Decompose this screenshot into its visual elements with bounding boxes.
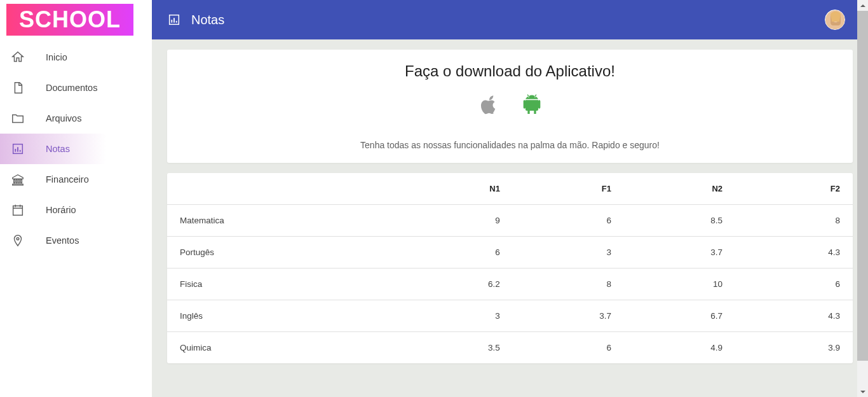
sidebar-item-label: Eventos xyxy=(46,235,79,246)
chart-icon xyxy=(10,141,25,157)
sidebar-item-label: Horário xyxy=(46,205,76,215)
cell-f2: 8 xyxy=(733,205,853,237)
folder-icon xyxy=(10,111,25,126)
cell-n1: 6.2 xyxy=(399,268,510,300)
cell-subject: Quimica xyxy=(167,332,399,364)
scrollbar[interactable] xyxy=(857,0,868,397)
calendar-icon xyxy=(10,202,25,218)
sidebar-item-label: Notas xyxy=(46,144,70,154)
cell-n1: 3.5 xyxy=(399,332,510,364)
table-row: Quimica 3.5 6 4.9 3.9 xyxy=(167,332,853,364)
cell-f2: 3.9 xyxy=(733,332,853,364)
bank-icon xyxy=(10,172,25,187)
sidebar-item-financeiro[interactable]: Financeiro xyxy=(0,164,152,195)
svg-rect-2 xyxy=(17,147,18,151)
cell-subject: Inglês xyxy=(167,300,399,332)
cell-subject: Portugês xyxy=(167,237,399,268)
sidebar-item-notas[interactable]: Notas xyxy=(0,134,152,164)
cell-f2: 4.3 xyxy=(733,300,853,332)
svg-rect-4 xyxy=(13,206,23,216)
sidebar-item-label: Financeiro xyxy=(46,174,89,185)
logo[interactable]: SCHOOL xyxy=(6,4,133,36)
header: Notas xyxy=(152,0,868,39)
svg-rect-11 xyxy=(173,18,175,22)
cell-f2: 4.3 xyxy=(733,237,853,268)
document-icon xyxy=(10,80,25,95)
cell-n1: 3 xyxy=(399,300,510,332)
cell-subject: Matematica xyxy=(167,205,399,237)
content: Faça o download do Aplicativo! Tenha tod… xyxy=(152,39,868,373)
table-header xyxy=(167,173,399,205)
pin-icon xyxy=(10,233,25,248)
sidebar-item-label: Arquivos xyxy=(46,113,81,123)
chart-icon xyxy=(167,13,181,27)
page-title: Notas xyxy=(191,13,825,27)
scroll-down-button[interactable] xyxy=(857,386,868,397)
table-row: Matematica 9 6 8.5 8 xyxy=(167,205,853,237)
svg-rect-1 xyxy=(15,149,16,152)
android-icon[interactable] xyxy=(519,92,545,120)
cell-f1: 6 xyxy=(510,205,621,237)
table-header: N2 xyxy=(621,173,733,205)
cell-n1: 6 xyxy=(399,237,510,268)
table-row: Inglês 3 3.7 6.7 4.3 xyxy=(167,300,853,332)
table-header-row: N1 F1 N2 F2 xyxy=(167,173,853,205)
sidebar-item-eventos[interactable]: Eventos xyxy=(0,225,152,256)
scroll-up-button[interactable] xyxy=(857,0,868,11)
grades-table-card: N1 F1 N2 F2 Matematica 9 6 8.5 8 xyxy=(167,173,853,363)
main: Notas Faça o download do Aplicativo! Ten… xyxy=(152,0,868,397)
svg-point-8 xyxy=(17,237,19,240)
cell-subject: Fisica xyxy=(167,268,399,300)
apple-icon[interactable] xyxy=(476,92,501,120)
sidebar-item-arquivos[interactable]: Arquivos xyxy=(0,103,152,134)
svg-rect-3 xyxy=(20,150,21,152)
cell-n2: 6.7 xyxy=(621,300,733,332)
cell-f2: 6 xyxy=(733,268,853,300)
sidebar: SCHOOL Inicio Documentos Arquivos Notas … xyxy=(0,0,152,397)
sidebar-item-horario[interactable]: Horário xyxy=(0,195,152,225)
cell-n2: 10 xyxy=(621,268,733,300)
cell-f1: 3 xyxy=(510,237,621,268)
grades-table: N1 F1 N2 F2 Matematica 9 6 8.5 8 xyxy=(167,173,853,363)
cell-n2: 4.9 xyxy=(621,332,733,364)
table-row: Fisica 6.2 8 10 6 xyxy=(167,268,853,300)
table-header: F2 xyxy=(733,173,853,205)
cell-f1: 6 xyxy=(510,332,621,364)
svg-rect-12 xyxy=(176,21,177,23)
cell-f1: 3.7 xyxy=(510,300,621,332)
sidebar-item-inicio[interactable]: Inicio xyxy=(0,42,152,73)
download-title: Faça o download do Aplicativo! xyxy=(182,62,837,80)
table-header: F1 xyxy=(510,173,621,205)
sidebar-item-label: Inicio xyxy=(46,52,67,62)
scroll-thumb[interactable] xyxy=(857,11,868,361)
download-subtitle: Tenha todas as nossas funcionalidades na… xyxy=(182,140,837,150)
app-store-icons xyxy=(182,92,837,120)
avatar[interactable] xyxy=(825,10,845,30)
sidebar-item-label: Documentos xyxy=(46,83,97,93)
cell-n2: 3.7 xyxy=(621,237,733,268)
svg-rect-10 xyxy=(171,20,172,23)
home-icon xyxy=(10,50,25,65)
table-header: N1 xyxy=(399,173,510,205)
sidebar-item-documentos[interactable]: Documentos xyxy=(0,73,152,103)
nav-list: Inicio Documentos Arquivos Notas Finance… xyxy=(0,42,152,256)
table-row: Portugês 6 3 3.7 4.3 xyxy=(167,237,853,268)
cell-n1: 9 xyxy=(399,205,510,237)
download-card: Faça o download do Aplicativo! Tenha tod… xyxy=(167,50,853,163)
cell-f1: 8 xyxy=(510,268,621,300)
cell-n2: 8.5 xyxy=(621,205,733,237)
